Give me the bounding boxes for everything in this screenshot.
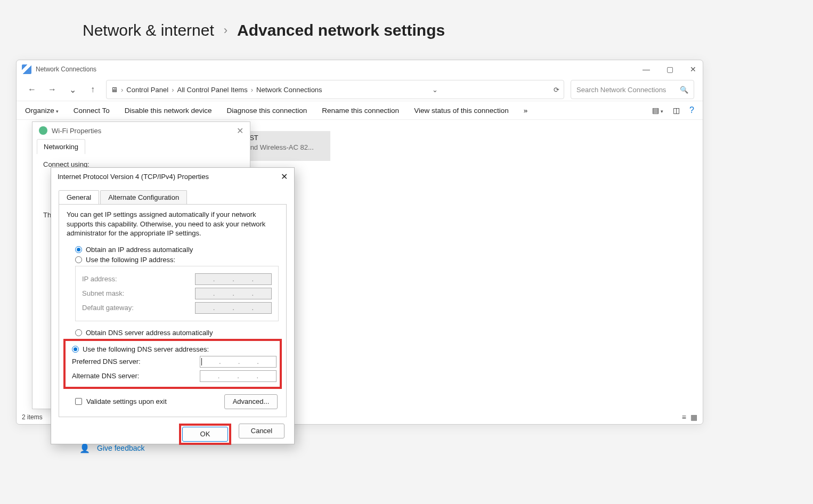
address-part[interactable]: Control Panel bbox=[126, 86, 168, 94]
give-feedback-link[interactable]: 👤 Give feedback bbox=[80, 443, 145, 453]
subnet-mask-label: Subnet mask: bbox=[82, 289, 195, 297]
ipv4-content: You can get IP settings assigned automat… bbox=[59, 204, 287, 417]
wifi-icon bbox=[39, 126, 47, 135]
ip-address-input: ... bbox=[195, 273, 272, 285]
ipv4-properties-dialog: Internet Protocol Version 4 (TCP/IPv4) P… bbox=[51, 167, 295, 444]
cancel-button[interactable]: Cancel bbox=[239, 424, 284, 438]
default-gateway-label: Default gateway: bbox=[82, 304, 195, 312]
ipv4-description: You can get IP settings assigned automat… bbox=[67, 210, 279, 238]
chevron-right-icon: › bbox=[121, 86, 123, 94]
ip-field-group: IP address: ... Subnet mask: ... Default… bbox=[75, 266, 279, 321]
settings-breadcrumb: Network & internet › Advanced network se… bbox=[83, 21, 445, 39]
preferred-dns-input[interactable]: ... bbox=[200, 356, 277, 368]
layout-icon[interactable]: ▤▾ bbox=[652, 106, 663, 115]
pc-icon: 🖥 bbox=[111, 86, 118, 94]
obtain-dns-auto-label: Obtain DNS server address automatically bbox=[86, 329, 213, 337]
diagnose-button[interactable]: Diagnose this connection bbox=[226, 107, 307, 115]
breadcrumb-parent[interactable]: Network & internet bbox=[83, 21, 214, 39]
networking-tab[interactable]: Networking bbox=[37, 139, 85, 154]
minimize-button[interactable]: — bbox=[642, 65, 651, 74]
organize-menu[interactable]: Organize▾ bbox=[25, 107, 59, 115]
maximize-button[interactable]: ▢ bbox=[665, 65, 674, 74]
close-button[interactable]: ✕ bbox=[689, 65, 697, 74]
wifi-title: Wi-Fi Properties bbox=[52, 127, 101, 135]
close-icon[interactable]: ✕ bbox=[281, 172, 288, 182]
radio-selected-icon bbox=[72, 346, 79, 353]
nc-window-title: Network Connections bbox=[36, 66, 96, 73]
obtain-ip-auto-label: Obtain an IP address automatically bbox=[86, 246, 193, 254]
use-ip-label: Use the following IP address: bbox=[86, 256, 175, 264]
dialog-footer: OK Cancel bbox=[51, 417, 294, 445]
wifi-titlebar: Wi-Fi Properties ✕ bbox=[32, 122, 250, 139]
connect-to-button[interactable]: Connect To bbox=[74, 107, 110, 115]
advanced-button[interactable]: Advanced... bbox=[224, 394, 278, 409]
feedback-label: Give feedback bbox=[97, 444, 145, 452]
search-box[interactable]: Search Network Connections 🔍 bbox=[571, 80, 694, 99]
validate-checkbox[interactable]: Validate settings upon exit bbox=[75, 397, 167, 405]
help-icon[interactable]: ? bbox=[689, 105, 694, 115]
ok-button[interactable]: OK bbox=[182, 427, 228, 442]
use-ip-radio[interactable]: Use the following IP address: bbox=[75, 256, 279, 264]
radio-icon bbox=[75, 329, 82, 336]
alternate-dns-input[interactable]: ... bbox=[200, 370, 277, 382]
person-icon: 👤 bbox=[80, 443, 90, 453]
nc-toolbar: Organize▾ Connect To Disable this networ… bbox=[17, 101, 703, 120]
alternate-dns-label: Alternate DNS server: bbox=[72, 372, 200, 380]
subnet-mask-input: ... bbox=[195, 288, 272, 299]
address-part[interactable]: Network Connections bbox=[256, 86, 322, 94]
refresh-icon[interactable]: ⟳ bbox=[554, 86, 559, 94]
obtain-dns-auto-radio[interactable]: Obtain DNS server address automatically bbox=[75, 329, 279, 337]
radio-selected-icon bbox=[75, 246, 82, 253]
ipv4-titlebar: Internet Protocol Version 4 (TCP/IPv4) P… bbox=[51, 168, 294, 185]
address-dropdown-icon[interactable]: ⌄ bbox=[432, 86, 438, 94]
validate-label: Validate settings upon exit bbox=[86, 397, 167, 405]
status-text: 2 items bbox=[22, 413, 43, 421]
ip-address-label: IP address: bbox=[82, 275, 195, 283]
use-dns-label: Use the following DNS server addresses: bbox=[83, 345, 209, 353]
view-status-button[interactable]: View status of this connection bbox=[414, 107, 509, 115]
search-placeholder: Search Network Connections bbox=[576, 86, 666, 94]
ipv4-title: Internet Protocol Version 4 (TCP/IPv4) P… bbox=[58, 173, 209, 181]
details-view-icon[interactable]: ▦ bbox=[690, 413, 697, 421]
close-icon[interactable]: ✕ bbox=[237, 126, 243, 136]
ok-highlight-box: OK bbox=[179, 424, 231, 445]
disable-device-button[interactable]: Disable this network device bbox=[125, 107, 212, 115]
radio-icon bbox=[75, 256, 82, 263]
forward-button[interactable]: → bbox=[45, 85, 59, 94]
nc-nav: ← → ⌄ ↑ 🖥 › Control Panel › All Control … bbox=[17, 78, 703, 101]
alternate-config-tab[interactable]: Alternate Configuration bbox=[100, 190, 187, 204]
default-gateway-input: ... bbox=[195, 302, 272, 314]
checkbox-icon bbox=[75, 398, 82, 405]
rename-button[interactable]: Rename this connection bbox=[322, 107, 399, 115]
recent-dropdown[interactable]: ⌄ bbox=[66, 85, 79, 95]
address-bar[interactable]: 🖥 › Control Panel › All Control Panel It… bbox=[106, 80, 564, 99]
general-tab[interactable]: General bbox=[59, 190, 99, 204]
address-part[interactable]: All Control Panel Items bbox=[177, 86, 247, 94]
chevron-right-icon: › bbox=[224, 23, 227, 37]
chevron-right-icon: › bbox=[172, 86, 174, 94]
back-button[interactable]: ← bbox=[25, 85, 39, 94]
search-icon: 🔍 bbox=[680, 86, 688, 94]
overflow-button[interactable]: » bbox=[524, 107, 528, 115]
up-button[interactable]: ↑ bbox=[86, 85, 100, 94]
chevron-right-icon: › bbox=[251, 86, 253, 94]
preview-pane-icon[interactable]: ◫ bbox=[673, 106, 680, 115]
nc-titlebar: Network Connections — ▢ ✕ bbox=[17, 60, 703, 78]
dns-highlight-box: Use the following DNS server addresses: … bbox=[63, 339, 282, 389]
obtain-ip-auto-radio[interactable]: Obtain an IP address automatically bbox=[75, 246, 279, 254]
preferred-dns-label: Preferred DNS server: bbox=[72, 357, 200, 365]
network-icon bbox=[22, 64, 31, 74]
use-dns-radio[interactable]: Use the following DNS server addresses: bbox=[72, 345, 277, 353]
list-view-icon[interactable]: ≡ bbox=[682, 413, 686, 421]
breadcrumb-current: Advanced network settings bbox=[237, 21, 445, 39]
